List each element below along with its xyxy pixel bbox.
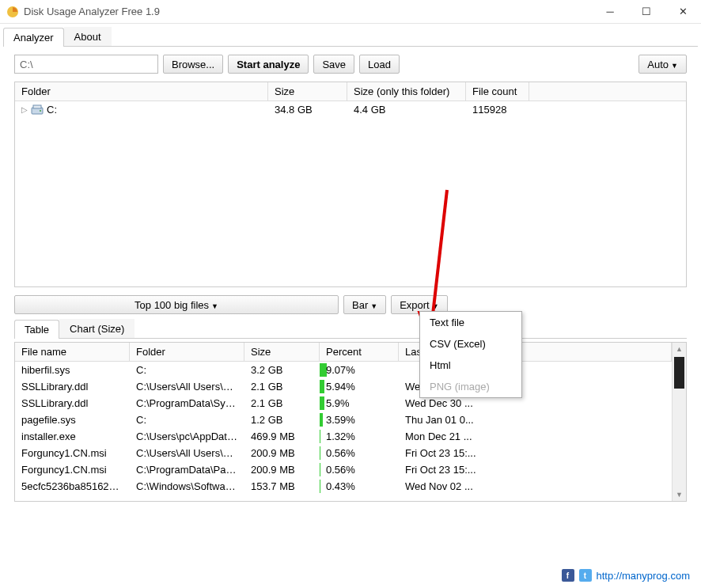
- start-analyze-button[interactable]: Start analyze: [228, 55, 309, 74]
- expand-icon[interactable]: ▷: [21, 105, 28, 114]
- titlebar: Disk Usage Analyzer Free 1.9 ─ ☐ ✕: [0, 0, 701, 24]
- cell-date: Wed Dec 30 ...: [399, 396, 672, 410]
- facebook-icon[interactable]: f: [562, 569, 574, 582]
- folder-tree: Folder Size Size (only this folder) File…: [14, 82, 687, 287]
- scroll-up-icon[interactable]: ▲: [673, 343, 686, 355]
- tree-header-size[interactable]: Size: [268, 82, 347, 101]
- browse-button[interactable]: Browse...: [163, 55, 223, 74]
- cell-date: Thu Jan 01 0...: [399, 413, 672, 427]
- path-input[interactable]: [14, 55, 158, 74]
- save-button[interactable]: Save: [313, 55, 354, 74]
- cell-size: 1.2 GB: [244, 413, 320, 427]
- export-png: PNG (image): [420, 376, 521, 397]
- tab-about[interactable]: About: [64, 27, 112, 46]
- cell-percent: 0.56%: [320, 463, 399, 476]
- tree-row[interactable]: ▷ C: 34.8 GB 4.4 GB 115928: [15, 101, 686, 118]
- tab-analyzer[interactable]: Analyzer: [3, 28, 64, 47]
- cell-folder: C:: [130, 363, 244, 377]
- cell-filename: hiberfil.sys: [15, 363, 130, 377]
- tree-header-folder[interactable]: Folder: [15, 82, 268, 101]
- close-button[interactable]: ✕: [665, 0, 701, 24]
- toolbar: Browse... Start analyze Save Load Auto▼: [0, 47, 701, 82]
- table-row[interactable]: SSLLibrary.ddlC:\ProgramData\Syna...2.1 …: [15, 395, 672, 412]
- cell-percent: 1.32%: [320, 430, 399, 443]
- tree-header: Folder Size Size (only this folder) File…: [15, 82, 686, 101]
- grid-header: File name Folder Size Percent Last time: [15, 343, 672, 362]
- scrollbar[interactable]: ▲ ▼: [672, 343, 686, 501]
- tree-header-sizeonly[interactable]: Size (only this folder): [347, 82, 466, 101]
- cell-percent: 3.59%: [320, 413, 399, 427]
- table-row[interactable]: hiberfil.sysC:3.2 GB9.07%: [15, 362, 672, 378]
- tree-header-count[interactable]: File count: [466, 82, 529, 101]
- cell-size: 2.1 GB: [244, 396, 320, 410]
- tree-sizeonly: 4.4 GB: [354, 104, 472, 116]
- tree-size: 34.8 GB: [275, 104, 354, 116]
- table-row[interactable]: Forguncy1.CN.msiC:\ProgramData\Pack...20…: [15, 461, 672, 478]
- midbar: Top 100 big files▼ Bar▼ Export▼ Text fil…: [0, 287, 701, 319]
- cell-percent: 0.56%: [320, 446, 399, 460]
- cell-filename: Forguncy1.CN.msi: [15, 463, 130, 476]
- subtab-table[interactable]: Table: [14, 320, 59, 339]
- footer: f t http://manyprog.com: [562, 569, 691, 582]
- grid-header-filename[interactable]: File name: [15, 343, 130, 361]
- subtab-chart[interactable]: Chart (Size): [59, 319, 135, 338]
- svg-point-3: [40, 110, 41, 112]
- window-title: Disk Usage Analyzer Free 1.9: [24, 6, 592, 17]
- cell-filename: 5ecfc5236ba8516238c...: [15, 480, 130, 493]
- app-icon: [6, 6, 19, 18]
- cell-filename: SSLLibrary.ddl: [15, 396, 130, 410]
- chevron-down-icon: ▼: [370, 302, 377, 310]
- auto-button[interactable]: Auto▼: [638, 55, 687, 74]
- maximize-button[interactable]: ☐: [628, 0, 665, 24]
- grid-header-size[interactable]: Size: [244, 343, 320, 361]
- cell-folder: C:\Users\All Users\Sy...: [130, 380, 244, 393]
- cell-date: Wed Nov 02 ...: [399, 480, 672, 493]
- tree-count: 115928: [472, 104, 536, 116]
- chevron-down-icon: ▼: [671, 62, 678, 70]
- cell-percent: 0.43%: [320, 480, 399, 493]
- tree-folder-name: C:: [47, 104, 57, 116]
- grid-header-folder[interactable]: Folder: [130, 343, 244, 361]
- export-csv[interactable]: CSV (Excel): [420, 333, 521, 355]
- cell-folder: C:\Users\All Users\Pa...: [130, 446, 244, 460]
- table-row[interactable]: SSLLibrary.ddlC:\Users\All Users\Sy...2.…: [15, 378, 672, 395]
- export-html[interactable]: Html: [420, 355, 521, 376]
- table-row[interactable]: Forguncy1.CN.msiC:\Users\All Users\Pa...…: [15, 445, 672, 461]
- export-text[interactable]: Text file: [420, 312, 521, 333]
- cell-date: Fri Oct 23 15:...: [399, 463, 672, 476]
- chevron-down-icon: ▼: [432, 302, 439, 310]
- cell-percent: 5.94%: [320, 380, 399, 393]
- cell-folder: C:\ProgramData\Pack...: [130, 463, 244, 476]
- table-row[interactable]: installer.exeC:\Users\pc\AppData...469.9…: [15, 428, 672, 445]
- cell-filename: SSLLibrary.ddl: [15, 380, 130, 393]
- drive-icon: [31, 104, 44, 116]
- twitter-icon[interactable]: t: [579, 569, 592, 582]
- file-grid: File name Folder Size Percent Last time …: [14, 342, 687, 502]
- table-row[interactable]: 5ecfc5236ba8516238c...C:\Windows\Softwar…: [15, 478, 672, 495]
- scroll-thumb[interactable]: [674, 357, 684, 389]
- minimize-button[interactable]: ─: [592, 0, 628, 24]
- cell-percent: 5.9%: [320, 396, 399, 410]
- table-row[interactable]: pagefile.sysC:1.2 GB3.59%Thu Jan 01 0...: [15, 412, 672, 428]
- cell-percent: 9.07%: [320, 363, 399, 377]
- cell-folder: C:\Users\pc\AppData...: [130, 430, 244, 443]
- cell-filename: installer.exe: [15, 430, 130, 443]
- sub-tabs: Table Chart (Size): [14, 319, 687, 339]
- top100-button[interactable]: Top 100 big files▼: [14, 295, 339, 314]
- svg-rect-2: [33, 105, 41, 108]
- grid-header-percent[interactable]: Percent: [320, 343, 399, 361]
- footer-link[interactable]: http://manyprog.com: [597, 570, 691, 582]
- cell-size: 2.1 GB: [244, 380, 320, 393]
- cell-size: 200.9 MB: [244, 446, 320, 460]
- cell-folder: C:\Windows\Software...: [130, 480, 244, 493]
- cell-size: 153.7 MB: [244, 480, 320, 493]
- bar-button[interactable]: Bar▼: [343, 295, 386, 314]
- scroll-down-icon[interactable]: ▼: [673, 488, 686, 501]
- cell-size: 200.9 MB: [244, 463, 320, 476]
- cell-filename: Forguncy1.CN.msi: [15, 446, 130, 460]
- load-button[interactable]: Load: [359, 55, 400, 74]
- main-tabs: Analyzer About: [3, 27, 698, 47]
- cell-date: Mon Dec 21 ...: [399, 430, 672, 443]
- cell-folder: C:: [130, 413, 244, 427]
- cell-size: 3.2 GB: [244, 363, 320, 377]
